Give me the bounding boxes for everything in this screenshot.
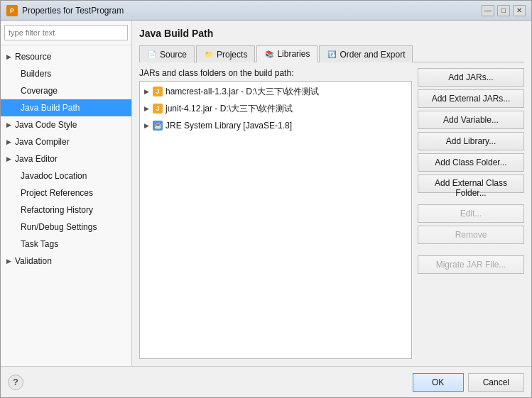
sidebar-item-validation[interactable]: ▶ Validation [1, 253, 131, 270]
arrow-icon: ▶ [6, 152, 12, 166]
jre-icon: ☕ [153, 121, 163, 131]
add-external-jars-button[interactable]: Add External JARs... [418, 89, 524, 108]
sidebar-item-label: Java Build Path [21, 101, 80, 115]
cancel-button[interactable]: Cancel [468, 373, 524, 392]
sidebar-item-label: Run/Debug Settings [21, 220, 97, 234]
nav-tree: ▶ Resource Builders Coverage Java Build … [1, 45, 131, 366]
title-controls: — □ ✕ [482, 5, 526, 16]
button-spacer-2 [418, 247, 524, 253]
sidebar-item-label: Builders [21, 67, 51, 81]
add-library-button[interactable]: Add Library... [418, 132, 524, 150]
add-class-folder-button[interactable]: Add Class Folder... [418, 153, 524, 172]
sidebar-item-java-compiler[interactable]: ▶ Java Compiler [1, 133, 131, 150]
bottom-bar: ? OK Cancel [1, 366, 531, 397]
add-external-class-folder-button[interactable]: Add External Class Folder... [418, 175, 524, 193]
sidebar-item-java-editor[interactable]: ▶ Java Editor [1, 150, 131, 167]
arrow-icon: ▶ [6, 135, 12, 149]
jar-item-junit[interactable]: ▶ J junit-4.12.jar - D:\大三下\软件测试 [140, 100, 411, 117]
sidebar: ▶ Resource Builders Coverage Java Build … [1, 21, 132, 366]
sidebar-item-label: Coverage [21, 84, 58, 98]
button-spacer [418, 196, 524, 201]
sidebar-item-project-references[interactable]: Project References [1, 184, 131, 201]
tab-label: Projects [217, 50, 247, 60]
list-section: JARs and class folders on the build path… [139, 68, 412, 359]
arrow-icon: ▶ [6, 50, 12, 64]
tab-source[interactable]: 📄 Source [139, 45, 195, 62]
sidebar-item-label: Refactoring History [21, 203, 93, 217]
sidebar-item-coverage[interactable]: Coverage [1, 82, 131, 99]
filter-box [1, 21, 131, 45]
ok-button[interactable]: OK [413, 373, 464, 392]
sidebar-item-java-build-path[interactable]: Java Build Path [1, 99, 131, 116]
expand-arrow-icon: ▶ [144, 118, 150, 133]
jar-list: ▶ J hamcrest-all-1.3.jar - D:\大三下\软件测试 ▶… [139, 81, 412, 359]
sidebar-item-task-tags[interactable]: Task Tags [1, 236, 131, 253]
panel-title: Java Build Path [139, 28, 524, 39]
tab-label: Source [160, 50, 187, 60]
libraries-icon: 📚 [264, 49, 274, 59]
sidebar-item-builders[interactable]: Builders [1, 65, 131, 82]
main-panel: Java Build Path 📄 Source 📁 Projects 📚 Li… [132, 21, 531, 366]
expand-arrow-icon: ▶ [144, 101, 150, 116]
jar-name: junit-4.12.jar - D:\大三下\软件测试 [165, 101, 293, 116]
sidebar-item-label: Java Code Style [15, 118, 77, 132]
jar-icon: J [153, 104, 163, 114]
sidebar-item-resource[interactable]: ▶ Resource [1, 48, 131, 65]
remove-button[interactable]: Remove [418, 226, 524, 244]
tab-libraries[interactable]: 📚 Libraries [256, 45, 317, 62]
migrate-jar-button[interactable]: Migrate JAR File... [418, 255, 524, 274]
jar-item-hamcrest[interactable]: ▶ J hamcrest-all-1.3.jar - D:\大三下\软件测试 [140, 83, 411, 100]
tab-projects[interactable]: 📁 Projects [196, 45, 255, 62]
sidebar-item-refactoring-history[interactable]: Refactoring History [1, 201, 131, 219]
minimize-button[interactable]: — [482, 5, 494, 16]
sidebar-item-run-debug[interactable]: Run/Debug Settings [1, 219, 131, 236]
content-area: ▶ Resource Builders Coverage Java Build … [1, 21, 531, 366]
help-button[interactable]: ? [8, 375, 23, 390]
edit-button[interactable]: Edit... [418, 204, 524, 223]
add-jars-button[interactable]: Add JARs... [418, 68, 524, 87]
projects-icon: 📁 [204, 50, 214, 60]
sidebar-item-label: Java Editor [15, 152, 58, 166]
add-variable-button[interactable]: Add Variable... [418, 111, 524, 129]
order-export-icon: 🔃 [327, 50, 337, 60]
title-bar: P Properties for TestProgram — □ ✕ [1, 1, 531, 21]
sidebar-item-label: Validation [15, 254, 52, 268]
sidebar-item-label: Task Tags [21, 237, 58, 251]
ok-cancel-buttons: OK Cancel [413, 373, 524, 392]
arrow-icon: ▶ [6, 118, 12, 132]
sidebar-item-label: Project References [21, 186, 93, 200]
jar-name: JRE System Library [JavaSE-1.8] [165, 118, 292, 133]
dialog-icon: P [6, 5, 18, 16]
jar-item-jre[interactable]: ▶ ☕ JRE System Library [JavaSE-1.8] [140, 117, 411, 134]
arrow-icon: ▶ [6, 254, 12, 268]
tab-label: Libraries [277, 49, 310, 59]
expand-arrow-icon: ▶ [144, 84, 150, 99]
tab-label: Order and Export [340, 50, 405, 60]
panel-body: JARs and class folders on the build path… [139, 68, 524, 359]
sidebar-item-label: Resource [15, 50, 51, 64]
sidebar-item-label: Javadoc Location [21, 169, 87, 183]
sidebar-item-javadoc-location[interactable]: Javadoc Location [1, 167, 131, 184]
properties-dialog: P Properties for TestProgram — □ ✕ ▶ Res… [0, 0, 532, 398]
list-label: JARs and class folders on the build path… [139, 68, 412, 78]
tab-order-export[interactable]: 🔃 Order and Export [319, 45, 413, 62]
filter-input[interactable] [4, 25, 128, 40]
dialog-title: Properties for TestProgram [22, 6, 124, 16]
tabs-bar: 📄 Source 📁 Projects 📚 Libraries 🔃 Order … [139, 45, 524, 62]
jar-icon: J [153, 87, 163, 96]
sidebar-item-label: Java Compiler [15, 135, 70, 149]
maximize-button[interactable]: □ [497, 5, 510, 16]
sidebar-item-java-code-style[interactable]: ▶ Java Code Style [1, 116, 131, 133]
jar-name: hamcrest-all-1.3.jar - D:\大三下\软件测试 [165, 84, 319, 99]
buttons-section: Add JARs... Add External JARs... Add Var… [418, 68, 524, 359]
title-bar-left: P Properties for TestProgram [6, 5, 124, 16]
close-button[interactable]: ✕ [513, 5, 526, 16]
source-icon: 📄 [147, 50, 157, 60]
